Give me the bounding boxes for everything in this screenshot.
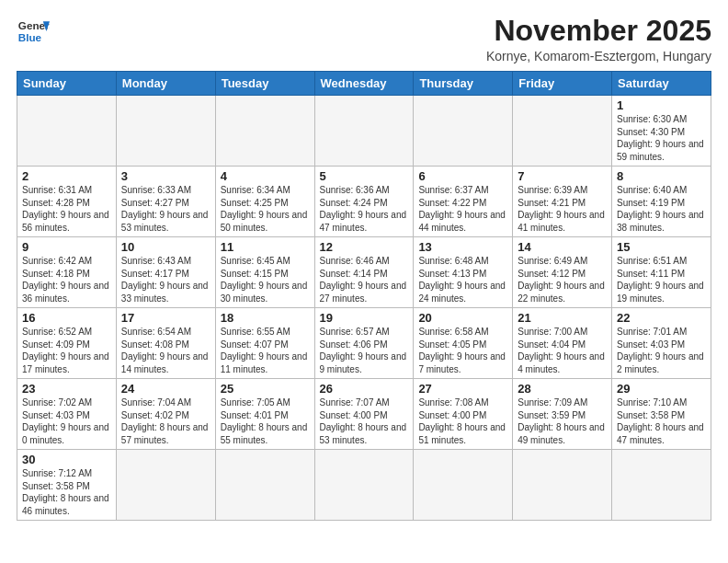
day-number: 27 [418, 382, 507, 396]
svg-text:Blue: Blue [18, 31, 42, 43]
day-info: Sunrise: 6:36 AM Sunset: 4:24 PM Dayligh… [320, 184, 409, 234]
calendar-cell: 16Sunrise: 6:52 AM Sunset: 4:09 PM Dayli… [17, 308, 117, 379]
day-number: 4 [221, 169, 310, 183]
day-info: Sunrise: 6:34 AM Sunset: 4:25 PM Dayligh… [221, 184, 310, 234]
calendar-cell: 30Sunrise: 7:12 AM Sunset: 3:58 PM Dayli… [17, 450, 117, 521]
calendar-cell: 25Sunrise: 7:05 AM Sunset: 4:01 PM Dayli… [215, 379, 314, 450]
header-monday: Monday [116, 72, 215, 96]
calendar-week-2: 2Sunrise: 6:31 AM Sunset: 4:28 PM Daylig… [17, 167, 711, 237]
calendar-week-6: 30Sunrise: 7:12 AM Sunset: 3:58 PM Dayli… [17, 450, 711, 521]
calendar-cell: 22Sunrise: 7:01 AM Sunset: 4:03 PM Dayli… [612, 308, 711, 379]
calendar-cell: 27Sunrise: 7:08 AM Sunset: 4:00 PM Dayli… [414, 379, 513, 450]
title-block: November 2025 Kornye, Komarom-Esztergom,… [486, 15, 711, 63]
calendar-cell: 6Sunrise: 6:37 AM Sunset: 4:22 PM Daylig… [414, 167, 513, 237]
calendar-cell: 1Sunrise: 6:30 AM Sunset: 4:30 PM Daylig… [612, 96, 711, 167]
day-number: 28 [518, 382, 607, 396]
calendar-cell: 10Sunrise: 6:43 AM Sunset: 4:17 PM Dayli… [116, 237, 215, 308]
day-info: Sunrise: 6:33 AM Sunset: 4:27 PM Dayligh… [121, 184, 210, 234]
day-number: 3 [121, 169, 210, 183]
calendar-cell: 17Sunrise: 6:54 AM Sunset: 4:08 PM Dayli… [116, 308, 215, 379]
day-number: 6 [418, 169, 507, 183]
calendar-week-5: 23Sunrise: 7:02 AM Sunset: 4:03 PM Dayli… [17, 379, 711, 450]
day-info: Sunrise: 6:48 AM Sunset: 4:13 PM Dayligh… [418, 255, 507, 304]
calendar-cell [116, 96, 215, 167]
day-number: 12 [320, 240, 409, 254]
header-sunday: Sunday [17, 72, 117, 96]
calendar-week-4: 16Sunrise: 6:52 AM Sunset: 4:09 PM Dayli… [17, 308, 711, 379]
calendar-cell [612, 450, 711, 521]
day-info: Sunrise: 7:01 AM Sunset: 4:03 PM Dayligh… [617, 326, 706, 375]
day-info: Sunrise: 6:51 AM Sunset: 4:11 PM Dayligh… [617, 255, 706, 304]
day-number: 24 [121, 382, 210, 396]
day-number: 13 [418, 240, 507, 254]
day-info: Sunrise: 7:12 AM Sunset: 3:58 PM Dayligh… [22, 467, 111, 517]
day-number: 15 [617, 240, 706, 254]
calendar-cell [513, 450, 612, 521]
calendar-cell [215, 450, 314, 521]
calendar-cell: 7Sunrise: 6:39 AM Sunset: 4:21 PM Daylig… [513, 167, 612, 237]
calendar-page: General Blue November 2025 Kornye, Komar… [0, 0, 728, 563]
calendar-cell: 14Sunrise: 6:49 AM Sunset: 4:12 PM Dayli… [513, 237, 612, 308]
day-info: Sunrise: 6:54 AM Sunset: 4:08 PM Dayligh… [121, 326, 210, 375]
day-info: Sunrise: 7:04 AM Sunset: 4:02 PM Dayligh… [121, 396, 210, 446]
day-number: 5 [320, 169, 409, 183]
day-info: Sunrise: 7:05 AM Sunset: 4:01 PM Dayligh… [221, 396, 310, 446]
day-info: Sunrise: 6:58 AM Sunset: 4:05 PM Dayligh… [418, 326, 507, 375]
location: Kornye, Komarom-Esztergom, Hungary [486, 49, 711, 63]
calendar-cell: 9Sunrise: 6:42 AM Sunset: 4:18 PM Daylig… [17, 237, 117, 308]
calendar-cell: 20Sunrise: 6:58 AM Sunset: 4:05 PM Dayli… [414, 308, 513, 379]
calendar-week-3: 9Sunrise: 6:42 AM Sunset: 4:18 PM Daylig… [17, 237, 711, 308]
day-info: Sunrise: 6:39 AM Sunset: 4:21 PM Dayligh… [518, 184, 607, 234]
calendar-cell [314, 450, 414, 521]
day-info: Sunrise: 6:42 AM Sunset: 4:18 PM Dayligh… [22, 255, 111, 304]
day-info: Sunrise: 6:40 AM Sunset: 4:19 PM Dayligh… [617, 184, 706, 234]
day-info: Sunrise: 7:09 AM Sunset: 3:59 PM Dayligh… [518, 396, 607, 446]
calendar-cell: 23Sunrise: 7:02 AM Sunset: 4:03 PM Dayli… [17, 379, 117, 450]
header-tuesday: Tuesday [215, 72, 314, 96]
day-number: 20 [418, 311, 507, 325]
day-number: 2 [22, 169, 111, 183]
calendar-cell [314, 96, 414, 167]
day-number: 14 [518, 240, 607, 254]
header-wednesday: Wednesday [314, 72, 414, 96]
day-number: 18 [221, 311, 310, 325]
calendar-cell [513, 96, 612, 167]
calendar-cell: 11Sunrise: 6:45 AM Sunset: 4:15 PM Dayli… [215, 237, 314, 308]
day-number: 10 [121, 240, 210, 254]
logo: General Blue [17, 15, 50, 48]
calendar-table: Sunday Monday Tuesday Wednesday Thursday… [17, 71, 711, 521]
calendar-cell: 24Sunrise: 7:04 AM Sunset: 4:02 PM Dayli… [116, 379, 215, 450]
day-number: 19 [320, 311, 409, 325]
calendar-cell: 29Sunrise: 7:10 AM Sunset: 3:58 PM Dayli… [612, 379, 711, 450]
calendar-cell: 26Sunrise: 7:07 AM Sunset: 4:00 PM Dayli… [314, 379, 414, 450]
calendar-cell: 19Sunrise: 6:57 AM Sunset: 4:06 PM Dayli… [314, 308, 414, 379]
day-number: 16 [22, 311, 111, 325]
day-info: Sunrise: 7:10 AM Sunset: 3:58 PM Dayligh… [617, 396, 706, 446]
calendar-cell [17, 96, 117, 167]
calendar-cell: 21Sunrise: 7:00 AM Sunset: 4:04 PM Dayli… [513, 308, 612, 379]
calendar-cell: 13Sunrise: 6:48 AM Sunset: 4:13 PM Dayli… [414, 237, 513, 308]
header-friday: Friday [513, 72, 612, 96]
day-info: Sunrise: 6:37 AM Sunset: 4:22 PM Dayligh… [418, 184, 507, 234]
header: General Blue November 2025 Kornye, Komar… [17, 15, 711, 63]
day-number: 22 [617, 311, 706, 325]
calendar-cell: 28Sunrise: 7:09 AM Sunset: 3:59 PM Dayli… [513, 379, 612, 450]
header-saturday: Saturday [612, 72, 711, 96]
calendar-cell: 4Sunrise: 6:34 AM Sunset: 4:25 PM Daylig… [215, 167, 314, 237]
day-info: Sunrise: 7:07 AM Sunset: 4:00 PM Dayligh… [320, 396, 409, 446]
calendar-cell: 8Sunrise: 6:40 AM Sunset: 4:19 PM Daylig… [612, 167, 711, 237]
calendar-cell: 3Sunrise: 6:33 AM Sunset: 4:27 PM Daylig… [116, 167, 215, 237]
day-info: Sunrise: 7:00 AM Sunset: 4:04 PM Dayligh… [518, 326, 607, 375]
calendar-cell [414, 450, 513, 521]
generalblue-logo-icon: General Blue [17, 15, 50, 48]
calendar-cell: 5Sunrise: 6:36 AM Sunset: 4:24 PM Daylig… [314, 167, 414, 237]
day-info: Sunrise: 6:46 AM Sunset: 4:14 PM Dayligh… [320, 255, 409, 304]
calendar-cell [414, 96, 513, 167]
day-info: Sunrise: 7:02 AM Sunset: 4:03 PM Dayligh… [22, 396, 111, 446]
day-number: 7 [518, 169, 607, 183]
calendar-week-1: 1Sunrise: 6:30 AM Sunset: 4:30 PM Daylig… [17, 96, 711, 167]
day-info: Sunrise: 6:57 AM Sunset: 4:06 PM Dayligh… [320, 326, 409, 375]
day-info: Sunrise: 6:52 AM Sunset: 4:09 PM Dayligh… [22, 326, 111, 375]
day-number: 30 [22, 453, 111, 466]
calendar-cell: 12Sunrise: 6:46 AM Sunset: 4:14 PM Dayli… [314, 237, 414, 308]
